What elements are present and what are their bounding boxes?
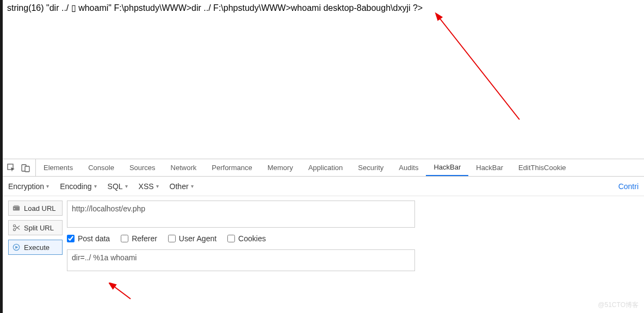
svg-point-7	[13, 224, 15, 227]
dropdown-encoding[interactable]: Encoding▾	[60, 182, 96, 191]
execute-button[interactable]: Execute	[8, 240, 63, 255]
tab-hackbar-2[interactable]: HackBar	[468, 159, 511, 176]
svg-rect-3	[25, 166, 29, 172]
contribute-link[interactable]: Contri	[618, 182, 639, 191]
svg-point-6	[14, 208, 15, 209]
hackbar-body: Load URL Split URL Execute http://localh…	[3, 196, 644, 276]
svg-point-8	[13, 228, 15, 230]
svg-line-12	[113, 286, 131, 299]
post-data-check[interactable]: Post data	[67, 234, 110, 243]
referer-check[interactable]: Referer	[121, 234, 157, 243]
caret-down-icon: ▾	[156, 183, 159, 189]
url-input[interactable]: http://localhost/ev.php	[67, 201, 415, 228]
cookies-check[interactable]: Cookies	[227, 234, 266, 243]
dropdown-other[interactable]: Other▾	[170, 182, 194, 191]
svg-rect-4	[13, 206, 20, 211]
caret-down-icon: ▾	[125, 183, 128, 189]
inspect-tools	[7, 159, 36, 176]
svg-rect-5	[14, 205, 19, 207]
annotation-arrow-2	[109, 283, 136, 304]
tab-hackbar[interactable]: HackBar	[426, 159, 468, 176]
dropdown-xss[interactable]: XSS▾	[139, 182, 159, 191]
cookies-checkbox[interactable]	[227, 235, 235, 242]
load-url-button[interactable]: Load URL	[8, 201, 63, 216]
user-agent-checkbox[interactable]	[168, 235, 176, 242]
tab-memory[interactable]: Memory	[260, 159, 301, 176]
tab-editthiscookie[interactable]: EditThisCookie	[511, 159, 573, 176]
execute-icon	[12, 243, 21, 252]
output-text: string(16) "dir ../ ▯ whoami" F:\phpstud…	[7, 3, 423, 12]
post-data-checkbox[interactable]	[67, 235, 75, 242]
svg-line-9	[15, 226, 20, 229]
referer-checkbox[interactable]	[121, 235, 128, 242]
main-column: http://localhost/ev.php Post data Refere…	[67, 201, 639, 271]
tab-performance[interactable]: Performance	[204, 159, 259, 176]
tab-console[interactable]: Console	[81, 159, 122, 176]
watermark: @51CTO博客	[598, 301, 639, 310]
page-output: string(16) "dir ../ ▯ whoami" F:\phpstud…	[3, 0, 644, 159]
devtools-panel: Elements Console Sources Network Perform…	[3, 159, 644, 276]
split-icon	[12, 223, 21, 232]
dropdown-encryption[interactable]: Encryption▾	[8, 182, 49, 191]
tab-elements[interactable]: Elements	[36, 159, 81, 176]
tab-application[interactable]: Application	[301, 159, 351, 176]
hackbar-toolbar: Encryption▾ Encoding▾ SQL▾ XSS▾ Other▾ C…	[3, 177, 644, 196]
split-url-button[interactable]: Split URL	[8, 220, 63, 235]
tab-audits[interactable]: Audits	[391, 159, 426, 176]
caret-down-icon: ▾	[46, 183, 49, 189]
devtools-tabs-row: Elements Console Sources Network Perform…	[3, 159, 644, 177]
device-toggle-icon[interactable]	[21, 164, 30, 172]
tab-network[interactable]: Network	[163, 159, 205, 176]
post-data-input[interactable]: dir=../ %1a whoami	[67, 249, 415, 271]
caret-down-icon: ▾	[191, 183, 194, 189]
dropdown-sql[interactable]: SQL▾	[108, 182, 128, 191]
options-row: Post data Referer User Agent Cookies	[67, 233, 639, 244]
tab-security[interactable]: Security	[350, 159, 391, 176]
inspect-icon[interactable]	[7, 164, 16, 172]
svg-line-10	[15, 226, 20, 229]
tab-sources[interactable]: Sources	[122, 159, 163, 176]
user-agent-check[interactable]: User Agent	[168, 234, 216, 243]
caret-down-icon: ▾	[94, 183, 97, 189]
load-icon	[12, 204, 21, 212]
action-column: Load URL Split URL Execute	[8, 201, 63, 255]
